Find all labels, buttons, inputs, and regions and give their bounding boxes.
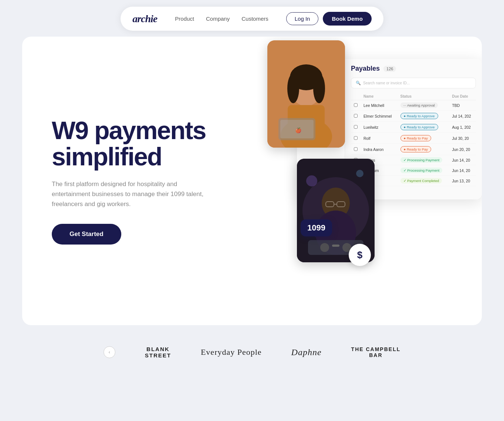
table-row: Lueilwitz ● Ready to Approve Aug 1, 202	[351, 122, 476, 133]
svg-text:🍎: 🍎	[295, 127, 302, 134]
prev-logo-button[interactable]: ‹	[104, 346, 115, 358]
badge-1099: 1099	[301, 219, 332, 236]
svg-point-4	[287, 74, 299, 103]
col-checkbox	[351, 93, 361, 100]
row-checkbox[interactable]	[351, 111, 361, 122]
nav-link-company[interactable]: Company	[206, 16, 230, 22]
row-due-date: Jun 20, 20	[449, 144, 476, 155]
search-bar[interactable]: 🔍 Search name or invoice ID...	[351, 78, 476, 88]
status-badge: ✓ Payment Completed	[400, 178, 442, 183]
row-status: ● Ready to Pay	[398, 133, 449, 144]
row-due-date: Jun 14, 20	[449, 155, 476, 165]
nav-actions: Log In Book Demo	[286, 12, 372, 26]
woman-illustration: 🍎	[267, 40, 345, 148]
logo-blank-street: BLANKSTREET	[145, 346, 171, 358]
table-row: Indra Aaron ● Ready to Pay Jun 20, 20	[351, 144, 476, 155]
logo-daphne: Daphne	[291, 347, 322, 357]
row-status: ··· Awaiting Approval	[398, 100, 449, 111]
status-badge: ● Ready to Pay	[400, 135, 431, 141]
hero-subtitle: The first platform designed for hospital…	[52, 179, 207, 209]
status-badge: ● Ready to Approve	[400, 113, 438, 119]
row-due-date: Jul 30, 20	[449, 133, 476, 144]
svg-point-21	[306, 175, 317, 186]
table-header-row: Name Status Due Date	[351, 93, 476, 100]
row-status: ● Ready to Pay	[398, 144, 449, 155]
col-name: Name	[361, 93, 398, 100]
status-badge: ✓ Processing Payment	[400, 157, 443, 163]
row-name: Rolf	[361, 133, 398, 144]
dashboard-mockup: archie New York Space ▾ ⊞ Payables ◈ Pro…	[260, 51, 482, 303]
logos-section: ‹ BLANKSTREET Everyday People Daphne THE…	[22, 331, 482, 373]
row-due-date: TBD	[449, 100, 476, 111]
login-button[interactable]: Log In	[286, 12, 319, 25]
payables-count-badge: 126	[383, 66, 396, 72]
nav-link-customers[interactable]: Customers	[241, 16, 268, 22]
status-badge: ● Ready to Approve	[400, 124, 438, 130]
get-started-button[interactable]: Get Started	[52, 224, 121, 245]
row-checkbox[interactable]	[351, 100, 361, 111]
row-name: Lueilwitz	[361, 122, 398, 133]
logo-campbell-bar: THE CAMPBELLBAR	[351, 346, 401, 358]
logo-everyday-people: Everyday People	[201, 347, 262, 357]
row-checkbox[interactable]	[351, 122, 361, 133]
search-icon: 🔍	[356, 81, 361, 85]
row-status: ✓ Payment Completed	[398, 176, 449, 186]
row-due-date: Jun 14, 20	[449, 165, 476, 176]
row-name: Indra Aaron	[361, 144, 398, 155]
row-due-date: Jul 14, 202	[449, 111, 476, 122]
main-content: W9 payments simplified The first platfor…	[22, 37, 482, 325]
photo-card-woman: 🍎	[267, 40, 345, 148]
hero-section: W9 payments simplified The first platfor…	[52, 117, 244, 245]
status-badge: ✓ Processing Payment	[400, 168, 443, 173]
status-badge: ● Ready to Pay	[400, 146, 431, 152]
row-status: ● Ready to Approve	[398, 111, 449, 122]
hero-title: W9 payments simplified	[52, 117, 244, 170]
row-status: ✓ Processing Payment	[398, 165, 449, 176]
col-status: Status	[398, 93, 449, 100]
row-due-date: Jun 13, 20	[449, 176, 476, 186]
svg-rect-20	[332, 245, 339, 247]
payables-title: Payables	[351, 65, 380, 73]
status-badge: ··· Awaiting Approval	[400, 102, 438, 108]
badge-dollar: $	[349, 244, 371, 266]
svg-point-22	[356, 170, 363, 177]
svg-point-18	[320, 243, 329, 252]
search-placeholder: Search name or invoice ID...	[363, 81, 410, 85]
svg-point-5	[313, 74, 325, 103]
row-due-date: Aug 1, 202	[449, 122, 476, 133]
row-name: Lee Mitchell	[361, 100, 398, 111]
book-demo-button[interactable]: Book Demo	[323, 12, 371, 26]
payables-header: Payables 126	[351, 65, 476, 73]
table-row: Elmer Schimmel ● Ready to Approve Jul 14…	[351, 111, 476, 122]
row-checkbox[interactable]	[351, 133, 361, 144]
row-status: ● Ready to Approve	[398, 122, 449, 133]
table-row: Lee Mitchell ··· Awaiting Approval TBD	[351, 100, 476, 111]
nav-logo: archie	[132, 13, 157, 25]
nav-links: Product Company Customers	[175, 16, 268, 22]
table-row: Rolf ● Ready to Pay Jul 30, 20	[351, 133, 476, 144]
row-name: Elmer Schimmel	[361, 111, 398, 122]
navbar-wrapper: archie Product Company Customers Log In …	[0, 0, 504, 31]
row-status: ✓ Processing Payment	[398, 155, 449, 165]
navbar: archie Product Company Customers Log In …	[121, 7, 383, 31]
row-checkbox[interactable]	[351, 144, 361, 155]
col-due-date: Due Date	[449, 93, 476, 100]
nav-link-product[interactable]: Product	[175, 16, 194, 22]
